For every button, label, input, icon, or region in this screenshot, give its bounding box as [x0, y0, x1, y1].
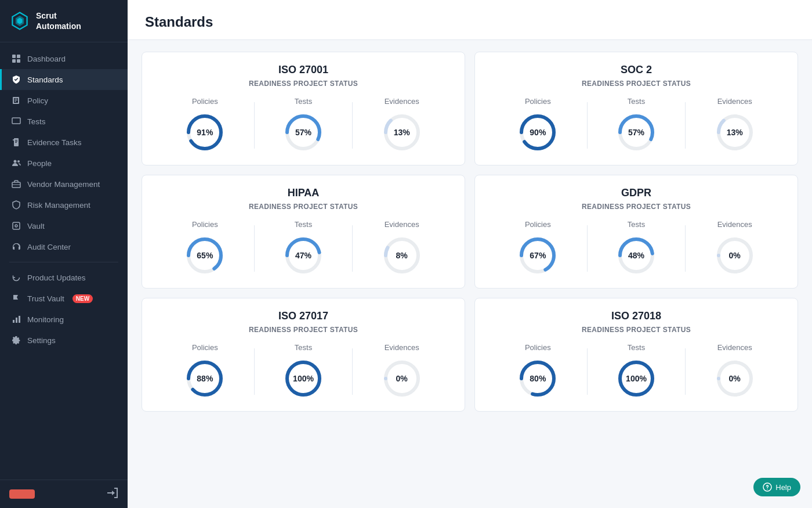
circle-text: 13%: [727, 128, 743, 137]
clipboard-list-icon: [11, 137, 21, 147]
standard-card-hipaa[interactable]: HIPAAReadiness Project StatusPolicies 65…: [142, 175, 465, 289]
card-title: ISO 27017: [156, 310, 451, 322]
circle-progress-container: 57%: [615, 111, 657, 153]
headphones-icon: [11, 242, 21, 252]
sidebar-item-label: Product Updates: [27, 273, 86, 282]
circle-progress-container: 80%: [517, 358, 559, 399]
circle-text: 65%: [197, 251, 213, 260]
sidebar-item-label: Vendor Management: [27, 180, 100, 189]
sidebar-item-monitoring[interactable]: Monitoring: [0, 309, 128, 330]
readiness-label: Readiness Project Status: [489, 203, 784, 211]
sidebar-item-policy[interactable]: Policy: [0, 90, 128, 111]
logo: ScrutAutomation: [0, 0, 128, 42]
metric-label: Policies: [525, 343, 551, 352]
metric-label: Policies: [192, 97, 218, 106]
circle-text: 57%: [628, 128, 644, 137]
metric-label: Policies: [525, 97, 551, 106]
briefcase-icon: [11, 179, 21, 189]
metric-item: Policies 67%: [489, 220, 587, 276]
circle-progress-container: 67%: [517, 235, 559, 276]
circle-progress-container: 100%: [615, 358, 657, 399]
circle-progress-container: 13%: [381, 111, 423, 153]
help-icon: [763, 482, 772, 492]
sidebar-item-dashboard[interactable]: Dashboard: [0, 48, 128, 69]
standard-card-gdpr[interactable]: GDPRReadiness Project StatusPolicies 67%…: [474, 175, 798, 289]
readiness-label: Readiness Project Status: [156, 203, 451, 211]
metric-item: Tests 100%: [255, 343, 353, 399]
sidebar-item-label: Vault: [27, 222, 45, 230]
circle-text: 67%: [530, 251, 546, 260]
svg-rect-15: [13, 320, 14, 323]
metric-label: Tests: [295, 220, 312, 229]
metrics-row: Policies 90% Tests 57% Evidences 13%: [489, 97, 784, 153]
sidebar-item-settings[interactable]: Settings: [0, 330, 128, 351]
new-badge: NEW: [72, 294, 93, 303]
standard-card-iso27001[interactable]: ISO 27001Readiness Project StatusPolicie…: [142, 52, 465, 165]
metric-item: Policies 88%: [156, 343, 254, 399]
sidebar-item-vault[interactable]: Vault: [0, 215, 128, 236]
metric-item: Evidences 0%: [353, 343, 451, 399]
readiness-label: Readiness Project Status: [489, 326, 784, 334]
svg-point-55: [767, 489, 768, 490]
sidebar-item-tests[interactable]: Tests: [0, 111, 128, 132]
metric-label: Tests: [628, 343, 645, 352]
help-button[interactable]: Help: [753, 478, 800, 496]
logout-icon[interactable]: [107, 487, 118, 501]
sidebar-item-label: Standards: [27, 75, 63, 84]
standard-card-iso27018[interactable]: ISO 27018Readiness Project StatusPolicie…: [474, 298, 798, 412]
metric-label: Evidences: [717, 97, 752, 106]
metric-label: Tests: [295, 97, 312, 106]
svg-rect-16: [16, 318, 17, 323]
circle-progress-container: 57%: [282, 111, 324, 153]
svg-rect-5: [12, 59, 16, 63]
flag-icon: [11, 293, 21, 304]
logout-button[interactable]: [9, 489, 35, 499]
metric-label: Tests: [628, 220, 645, 229]
standard-card-soc2[interactable]: SOC 2Readiness Project StatusPolicies 90…: [474, 52, 798, 165]
circle-text: 80%: [530, 374, 546, 383]
sidebar-item-label: Dashboard: [27, 55, 66, 63]
help-label: Help: [775, 483, 791, 492]
sidebar-item-label: Audit Center: [27, 243, 71, 251]
square-icon: [11, 221, 21, 231]
circle-progress-container: 100%: [282, 358, 324, 399]
circle-text: 48%: [628, 251, 644, 260]
metric-item: Policies 80%: [489, 343, 587, 399]
sidebar-item-trust-vault[interactable]: Trust Vault NEW: [0, 288, 128, 309]
sidebar-item-label: Monitoring: [27, 315, 64, 324]
sidebar-item-audit-center[interactable]: Audit Center: [0, 236, 128, 257]
monitor-icon: [11, 116, 21, 127]
circle-progress-container: 13%: [714, 111, 756, 153]
sidebar-item-label: Policy: [27, 96, 48, 105]
grid-icon: [11, 53, 21, 64]
metrics-row: Policies 65% Tests 47% Evidences 8%: [156, 220, 451, 276]
metric-label: Evidences: [717, 220, 752, 229]
sidebar-item-risk-management[interactable]: Risk Management: [0, 194, 128, 215]
svg-point-14: [15, 225, 17, 227]
metrics-row: Policies 67% Tests 48% Evidences 0%: [489, 220, 784, 276]
metric-label: Evidences: [385, 97, 419, 106]
circle-progress-container: 48%: [615, 235, 657, 276]
metric-item: Evidences 13%: [686, 97, 784, 153]
sidebar-item-label: Settings: [27, 336, 56, 345]
sidebar-item-standards[interactable]: Standards: [0, 69, 128, 90]
svg-rect-8: [13, 139, 14, 140]
metric-item: Tests 100%: [588, 343, 686, 399]
sidebar-item-evidence-tasks[interactable]: Evidence Tasks: [0, 132, 128, 153]
circle-text: 0%: [396, 374, 408, 383]
metrics-row: Policies 88% Tests 100% Evidences 0%: [156, 343, 451, 399]
sidebar-item-people[interactable]: People: [0, 153, 128, 174]
metric-label: Evidences: [717, 343, 752, 352]
svg-rect-17: [19, 316, 20, 323]
page-title: Standards: [145, 14, 795, 30]
logo-icon: [9, 10, 30, 31]
shield-icon: [11, 200, 21, 210]
circle-text: 88%: [197, 374, 213, 383]
sidebar-item-vendor-management[interactable]: Vendor Management: [0, 174, 128, 194]
bar-chart-icon: [11, 314, 21, 325]
standard-card-iso27017[interactable]: ISO 27017Readiness Project StatusPolicie…: [142, 298, 465, 412]
svg-point-10: [17, 160, 20, 163]
sidebar-item-product-updates[interactable]: Product Updates: [0, 267, 128, 288]
users-icon: [11, 158, 21, 168]
readiness-label: Readiness Project Status: [489, 80, 784, 88]
